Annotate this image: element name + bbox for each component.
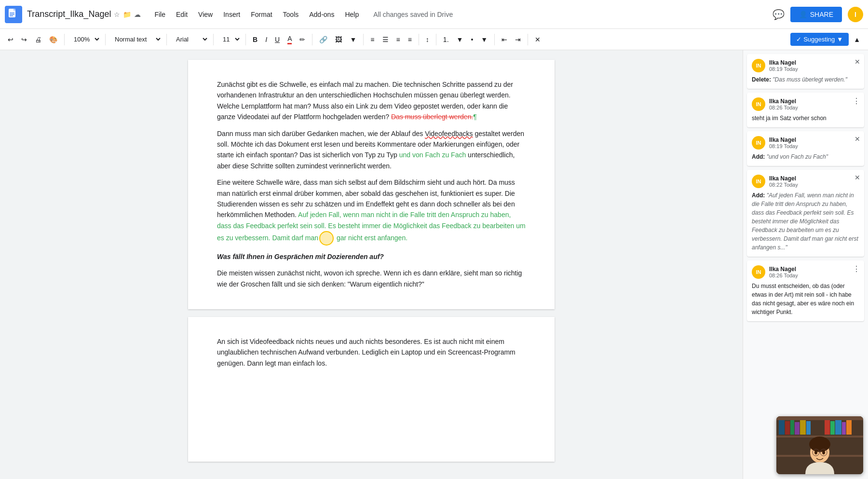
svg-rect-12	[790, 420, 794, 435]
menu-view[interactable]: View	[193, 9, 217, 20]
font-size-select[interactable]: 11	[217, 33, 242, 45]
menu-help[interactable]: Help	[340, 9, 364, 20]
link-button[interactable]: 🔗	[316, 34, 330, 45]
ul-button[interactable]: •	[468, 34, 476, 45]
paint-format-button[interactable]: 🎨	[46, 34, 60, 45]
main-layout: Zunächst gibt es die Schwelle, es einfac…	[0, 50, 868, 479]
italic-button[interactable]: I	[262, 34, 270, 45]
video-inner	[776, 416, 863, 474]
bold-button[interactable]: B	[250, 34, 260, 45]
undo-button[interactable]: ↩	[5, 34, 16, 45]
print-button[interactable]: 🖨	[32, 34, 44, 45]
toolbar-sep-3	[166, 34, 167, 45]
collapse-toolbar-button[interactable]: ▲	[851, 34, 863, 45]
toolbar-sep-4	[213, 34, 214, 45]
align-center-button[interactable]: ☰	[380, 34, 392, 45]
cloud-icon: ☁	[134, 11, 141, 18]
comment-close-1[interactable]: ✕	[854, 58, 860, 66]
doc-title-area: Transcript_Ilka_Nagel ☆ 📁 ☁	[27, 9, 141, 19]
paragraph-3[interactable]: Eine weitere Schwelle wäre, dass man sic…	[217, 177, 526, 246]
paragraph-6[interactable]: An sich ist Videofeedback nichts neues u…	[217, 336, 526, 369]
paragraph-4[interactable]: Was fällt Ihnen in Gesprächen mit Dozier…	[217, 251, 526, 262]
comment-card-1: IN Ilka Nagel 08:19 Today ✕ Delete: "Das…	[747, 54, 864, 89]
svg-rect-5	[10, 15, 13, 16]
doc-title[interactable]: Transcript_Ilka_Nagel	[27, 9, 111, 19]
image-button[interactable]: 🖼	[332, 34, 345, 45]
paragraph-mark-1: ¶	[473, 113, 477, 121]
menu-insert[interactable]: Insert	[218, 9, 245, 20]
share-button[interactable]: 👤 SHARE	[790, 7, 842, 22]
image-icon: 🖼	[335, 36, 342, 43]
undo-icon: ↩	[8, 36, 14, 43]
svg-rect-4	[10, 14, 14, 15]
align-center-icon: ☰	[382, 36, 389, 43]
comment-more-2[interactable]: ⋮	[853, 96, 860, 106]
zoom-select[interactable]: 100%	[68, 33, 101, 45]
clear-formatting-button[interactable]: ✕	[532, 34, 543, 45]
ol-icon: 1.	[443, 36, 449, 43]
redo-icon: ↪	[21, 36, 27, 43]
comment-header-4: IN Ilka Nagel 08:22 Today	[752, 175, 859, 188]
video-content	[776, 416, 863, 474]
menu-format[interactable]: Format	[246, 9, 277, 20]
toolbar-sep-8	[419, 34, 419, 45]
svg-rect-17	[830, 421, 835, 435]
svg-rect-11	[785, 421, 790, 435]
comment-close-3[interactable]: ✕	[854, 135, 860, 143]
ul-dropdown-icon: ▼	[481, 36, 488, 43]
suggesting-button[interactable]: ✓ Suggesting ▼	[790, 33, 849, 46]
menu-addons[interactable]: Add-ons	[304, 9, 339, 20]
document-area[interactable]: Zunächst gibt es die Schwelle, es einfac…	[0, 50, 743, 479]
comment-close-4[interactable]: ✕	[854, 174, 860, 181]
comment-icon[interactable]: 💬	[773, 9, 785, 20]
comment-avatar-3: IN	[752, 136, 765, 150]
svg-rect-16	[825, 420, 830, 435]
comment-author-time-1: Ilka Nagel 08:19 Today	[769, 59, 798, 72]
comment-author-3: Ilka Nagel	[769, 137, 798, 143]
ol-button[interactable]: 1.	[440, 34, 452, 45]
redo-button[interactable]: ↪	[18, 34, 30, 45]
toolbar-sep-2	[105, 34, 106, 45]
decrease-indent-button[interactable]: ⇤	[499, 34, 510, 45]
document-content-1[interactable]: Zunächst gibt es die Schwelle, es einfac…	[217, 79, 526, 289]
comment-time-5: 08:26 Today	[769, 273, 798, 278]
comment-more-5[interactable]: ⋮	[853, 264, 860, 274]
videofeedbacks-underline: Videofeedbacks	[425, 130, 473, 137]
suggestion-add-text-3: gar nicht erst anfangen.	[335, 234, 407, 242]
video-thumbnail	[776, 416, 863, 474]
document-content-2[interactable]: An sich ist Videofeedback nichts neues u…	[217, 336, 526, 369]
comment-label-1: Delete:	[752, 76, 773, 83]
comment-card-5: IN Ilka Nagel 08:26 Today ⋮ Du musst ent…	[747, 260, 864, 321]
comment-author-4: Ilka Nagel	[769, 175, 798, 182]
paragraph-5[interactable]: Die meisten wissen zunächst nicht, wovon…	[217, 268, 526, 289]
comment-author-time-2: Ilka Nagel 08:26 Today	[769, 98, 798, 110]
paragraph-1[interactable]: Zunächst gibt es die Schwelle, es einfac…	[217, 79, 526, 123]
align-right-icon: ≡	[396, 36, 400, 43]
toolbar-sep-6	[312, 34, 312, 45]
star-icon[interactable]: ☆	[114, 11, 120, 18]
align-left-button[interactable]: ≡	[367, 34, 377, 45]
ul-options-button[interactable]: ▼	[478, 34, 490, 45]
font-select[interactable]: Arial	[171, 33, 209, 45]
menu-file[interactable]: File	[149, 9, 170, 20]
ol-options-button[interactable]: ▼	[454, 34, 466, 45]
increase-indent-button[interactable]: ⇥	[512, 34, 524, 45]
line-spacing-button[interactable]: ↕	[423, 34, 432, 45]
menu-edit[interactable]: Edit	[171, 9, 192, 20]
align-right-button[interactable]: ≡	[393, 34, 403, 45]
move-icon[interactable]: 📁	[123, 11, 131, 18]
comment-author-1: Ilka Nagel	[769, 59, 798, 66]
comment-time-4: 08:22 Today	[769, 182, 798, 188]
image-options-button[interactable]: ▼	[347, 34, 359, 45]
comment-avatar-1: IN	[752, 59, 765, 72]
text-color-button[interactable]: A	[285, 33, 295, 46]
style-select[interactable]: Normal text	[109, 33, 163, 45]
paragraph-2[interactable]: Dann muss man sich darüber Gedanken mach…	[217, 128, 526, 172]
comment-author-time-5: Ilka Nagel 08:26 Today	[769, 266, 798, 278]
underline-button[interactable]: U	[272, 34, 283, 45]
user-avatar[interactable]: I	[848, 7, 863, 22]
menu-tools[interactable]: Tools	[278, 9, 304, 20]
highlight-button[interactable]: ✏	[297, 34, 308, 45]
paint-format-icon: 🎨	[49, 36, 57, 43]
align-justify-button[interactable]: ≡	[405, 34, 415, 45]
